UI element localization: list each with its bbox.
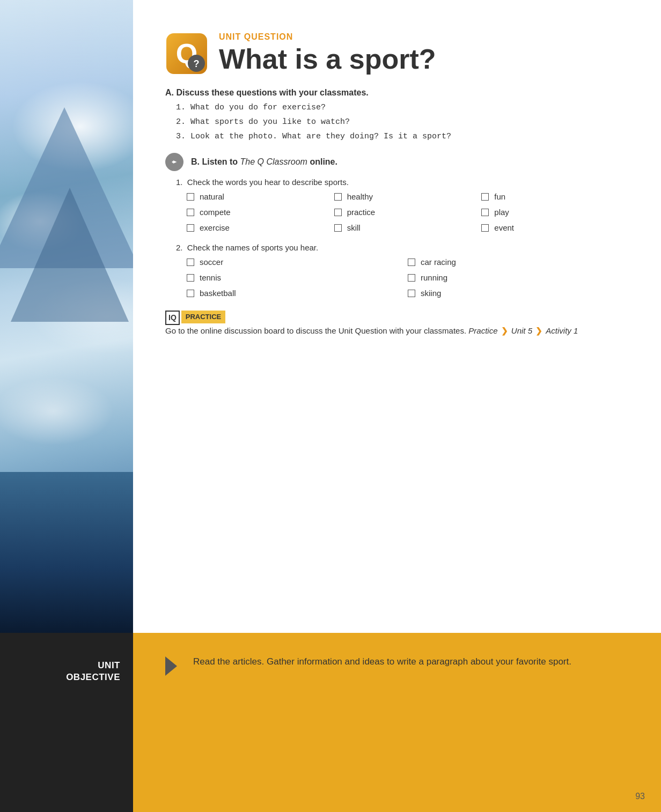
sports-checkbox-grid: soccer car racing tennis running basketb… <box>165 257 629 298</box>
sport-running: running <box>421 273 447 282</box>
chevron-1: ❯ <box>501 326 510 335</box>
section-a-instruction: Discuss these questions with your classm… <box>176 88 368 97</box>
sub-question-2-label: 2. Check the names of sports you hear. <box>165 243 629 252</box>
word-skill: skill <box>347 223 361 232</box>
sub2-number: 2. <box>176 243 183 252</box>
sport-soccer: soccer <box>200 257 223 267</box>
unit-objective-right: Read the articles. Gather information an… <box>133 633 661 812</box>
section-b-instruction-plain: Listen to <box>202 157 240 166</box>
section-a: A. Discuss these questions with your cla… <box>165 88 629 142</box>
checkbox-tennis-box[interactable] <box>187 274 194 282</box>
section-a-questions: 1. What do you do for exercise? 2. What … <box>165 102 629 142</box>
word-fun: fun <box>494 192 505 201</box>
question-3: 3. Look at the photo. What are they doin… <box>176 131 629 142</box>
question-1: 1. What do you do for exercise? <box>176 102 629 113</box>
objective-text: Read the articles. Gather information an… <box>193 654 571 669</box>
section-b-header: B. Listen to The Q Classroom online. <box>165 153 629 171</box>
checkbox-skiing: skiing <box>408 289 629 298</box>
checkbox-natural: natural <box>187 192 334 201</box>
chevron-2: ❯ <box>535 326 545 335</box>
checkbox-exercise-box[interactable] <box>187 224 194 232</box>
practice-italic: Practice <box>468 326 497 335</box>
sub-question-1-label: 1. Check the words you hear to describe … <box>165 178 629 187</box>
sport-tennis: tennis <box>200 273 221 282</box>
sub1-number: 1. <box>176 178 183 187</box>
word-play: play <box>494 208 509 217</box>
section-a-label: A. Discuss these questions with your cla… <box>165 88 629 98</box>
section-b-end: online. <box>307 157 337 166</box>
checkbox-skiing-box[interactable] <box>408 290 415 297</box>
section-b-text: B. Listen to The Q Classroom online. <box>191 157 337 167</box>
checkbox-car-racing: car racing <box>408 257 629 267</box>
unit-label-line2: OBJECTIVE <box>66 671 120 683</box>
checkbox-healthy: healthy <box>334 192 482 201</box>
sport-basketball: basketball <box>200 289 236 298</box>
checkbox-compete-box[interactable] <box>187 209 194 216</box>
sport-car-racing: car racing <box>421 257 456 267</box>
checkbox-tennis: tennis <box>187 273 408 282</box>
question-2: 2. What sports do you like to watch? <box>176 116 629 128</box>
q-icon: Q ? <box>165 32 208 75</box>
checkbox-car-racing-box[interactable] <box>408 259 415 266</box>
word-healthy: healthy <box>347 192 373 201</box>
section-b-italic: The Q Classroom <box>240 157 307 166</box>
left-image-panel <box>0 0 133 633</box>
mountain-shape-2 <box>11 188 129 322</box>
checkbox-event: event <box>481 223 629 232</box>
checkbox-natural-box[interactable] <box>187 193 194 201</box>
iq-practice-section: IQ PRACTICE Go to the online discussion … <box>165 311 629 337</box>
checkbox-play: play <box>481 208 629 217</box>
sub1-text: Check the words you hear to describe spo… <box>187 178 349 187</box>
words-checkbox-grid: natural healthy fun compete practice pla… <box>165 192 629 232</box>
bottom-area: UNIT OBJECTIVE Read the articles. Gather… <box>0 633 661 812</box>
checkbox-healthy-box[interactable] <box>334 193 342 201</box>
arrow-triangle <box>165 656 177 676</box>
practice-text-1: Go to the online discussion board to dis… <box>165 326 468 335</box>
main-content-area: Q ? UNIT QUESTION What is a sport? A. Di… <box>133 0 661 633</box>
word-natural: natural <box>200 192 224 201</box>
iq-label: IQ <box>165 311 180 325</box>
word-event: event <box>494 223 514 232</box>
unit-text: Unit 5 <box>511 326 532 335</box>
checkbox-compete: compete <box>187 208 334 217</box>
section-b-label: B. <box>191 157 200 166</box>
word-practice: practice <box>347 208 376 217</box>
practice-badge: PRACTICE <box>181 311 225 323</box>
word-exercise: exercise <box>200 223 230 232</box>
header-text: UNIT QUESTION What is a sport? <box>219 32 436 75</box>
checkbox-practice-box[interactable] <box>334 209 342 216</box>
word-compete: compete <box>200 208 231 217</box>
checkbox-soccer: soccer <box>187 257 408 267</box>
practice-text: Go to the online discussion board to dis… <box>165 325 578 337</box>
audio-icon[interactable] <box>165 153 183 171</box>
main-title: What is a sport? <box>219 44 436 75</box>
checkbox-basketball-box[interactable] <box>187 290 194 297</box>
checkbox-exercise: exercise <box>187 223 334 232</box>
page-number: 93 <box>635 792 645 801</box>
checkbox-skill: skill <box>334 223 482 232</box>
checkbox-practice: practice <box>334 208 482 217</box>
checkbox-event-box[interactable] <box>481 224 489 232</box>
activity-text: Activity 1 <box>546 326 578 335</box>
checkbox-skill-box[interactable] <box>334 224 342 232</box>
checkbox-soccer-box[interactable] <box>187 259 194 266</box>
checkbox-running: running <box>408 273 629 282</box>
checkbox-basketball: basketball <box>187 289 408 298</box>
checkbox-fun: fun <box>481 192 629 201</box>
unit-question-header: Q ? UNIT QUESTION What is a sport? <box>165 32 629 75</box>
sub2-text: Check the names of sports you hear. <box>187 243 318 252</box>
svg-text:?: ? <box>194 58 200 69</box>
section-b: B. Listen to The Q Classroom online. 1. … <box>165 153 629 298</box>
checkbox-fun-box[interactable] <box>481 193 489 201</box>
sport-skiing: skiing <box>421 289 441 298</box>
unit-objective-label: UNIT OBJECTIVE <box>66 660 120 683</box>
unit-objective-left: UNIT OBJECTIVE <box>0 633 133 812</box>
section-a-letter: A. <box>165 88 174 97</box>
unit-question-label: UNIT QUESTION <box>219 32 436 42</box>
checkbox-play-box[interactable] <box>481 209 489 216</box>
svg-point-6 <box>172 161 174 163</box>
unit-label-line1: UNIT <box>66 660 120 671</box>
checkbox-running-box[interactable] <box>408 274 415 282</box>
